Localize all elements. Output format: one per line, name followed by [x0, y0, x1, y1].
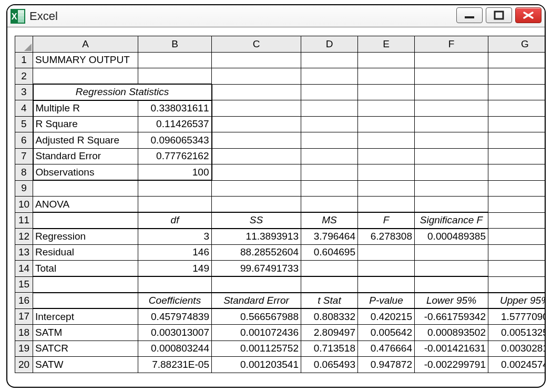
cell-G1[interactable] — [488, 52, 546, 68]
cell-B11[interactable]: df — [138, 212, 212, 229]
cell-D17[interactable]: 0.808332 — [301, 308, 358, 325]
col-header-C[interactable]: C — [212, 36, 301, 53]
row-header-15[interactable]: 15 — [15, 276, 33, 293]
row-header-3[interactable]: 3 — [15, 84, 33, 100]
row-header-20[interactable]: 20 — [15, 357, 33, 373]
cell-F18[interactable]: 0.000893502 — [415, 325, 488, 341]
row-header-16[interactable]: 16 — [15, 293, 33, 309]
cell-A4[interactable]: Multiple R — [33, 100, 138, 117]
cell-D12[interactable]: 3.796464 — [301, 229, 358, 245]
cell-G3[interactable] — [488, 84, 546, 100]
cell-E16[interactable]: P-value — [358, 293, 415, 309]
cell-A8[interactable]: Observations — [33, 164, 138, 181]
cell-E18[interactable]: 0.005642 — [358, 325, 415, 341]
cell-G8[interactable] — [488, 164, 546, 181]
cell-B9[interactable] — [138, 180, 212, 197]
row-header-7[interactable]: 7 — [15, 148, 33, 164]
cell-A18[interactable]: SATM — [33, 325, 138, 341]
row-header-17[interactable]: 17 — [15, 308, 33, 325]
cell-A11[interactable] — [33, 212, 138, 229]
cell-G5[interactable] — [488, 116, 546, 132]
cell-A17[interactable]: Intercept — [33, 308, 138, 325]
cell-G7[interactable] — [488, 148, 546, 164]
cell-B4[interactable]: 0.338031611 — [138, 100, 212, 117]
cell-F13[interactable] — [415, 244, 488, 261]
cell-A5[interactable]: R Square — [33, 116, 138, 132]
cell-F3[interactable] — [415, 84, 488, 100]
cell-C18[interactable]: 0.001072436 — [212, 325, 301, 341]
cell-F20[interactable]: -0.002299791 — [415, 357, 488, 373]
cell-G13[interactable] — [488, 244, 546, 261]
cell-B5[interactable]: 0.11426537 — [138, 116, 212, 132]
cell-D15[interactable] — [301, 276, 358, 293]
row-header-8[interactable]: 8 — [15, 164, 33, 181]
cell-D5[interactable] — [301, 116, 358, 132]
cell-B12[interactable]: 3 — [138, 229, 212, 245]
cell-G4[interactable] — [488, 100, 546, 117]
cell-E4[interactable] — [358, 100, 415, 117]
cell-C19[interactable]: 0.001125752 — [212, 341, 301, 357]
cell-E1[interactable] — [358, 52, 415, 68]
cell-F6[interactable] — [415, 132, 488, 149]
col-header-G[interactable]: G — [488, 36, 546, 53]
cell-G17[interactable]: 1.577709019 — [488, 308, 546, 325]
cell-B8[interactable]: 100 — [138, 164, 212, 181]
cell-C1[interactable] — [212, 52, 301, 68]
cell-E12[interactable]: 6.278308 — [358, 229, 415, 245]
row-header-5[interactable]: 5 — [15, 116, 33, 132]
cell-F2[interactable] — [415, 68, 488, 85]
cell-D8[interactable] — [301, 164, 358, 181]
cell-F10[interactable] — [415, 197, 488, 213]
cell-F1[interactable] — [415, 52, 488, 68]
cell-E2[interactable] — [358, 68, 415, 85]
cell-C10[interactable] — [212, 197, 301, 213]
cell-E14[interactable] — [358, 261, 415, 277]
cell-B18[interactable]: 0.003013007 — [138, 325, 212, 341]
cell-F12[interactable]: 0.000489385 — [415, 229, 488, 245]
cell-D13[interactable]: 0.604695 — [301, 244, 358, 261]
cell-E6[interactable] — [358, 132, 415, 149]
cell-D9[interactable] — [301, 180, 358, 197]
close-button[interactable] — [515, 7, 541, 23]
cell-F15[interactable] — [415, 276, 488, 293]
cell-B17[interactable]: 0.457974839 — [138, 308, 212, 325]
cell-A13[interactable]: Residual — [33, 244, 138, 261]
maximize-button[interactable] — [486, 7, 512, 23]
cell-C3[interactable] — [212, 84, 301, 100]
row-header-9[interactable]: 9 — [15, 180, 33, 197]
cell-A7[interactable]: Standard Error — [33, 148, 138, 164]
cell-A12[interactable]: Regression — [33, 229, 138, 245]
cell-A10[interactable]: ANOVA — [33, 197, 138, 213]
cell-G10[interactable] — [488, 197, 546, 213]
cell-G6[interactable] — [488, 132, 546, 149]
cell-E3[interactable] — [358, 84, 415, 100]
cell-G9[interactable] — [488, 180, 546, 197]
cell-F16[interactable]: Lower 95% — [415, 293, 488, 309]
cell-D20[interactable]: 0.065493 — [301, 357, 358, 373]
cell-B15[interactable] — [138, 276, 212, 293]
cell-E11[interactable]: F — [358, 212, 415, 229]
cell-A14[interactable]: Total — [33, 261, 138, 277]
select-all-corner[interactable] — [15, 36, 33, 53]
cell-C7[interactable] — [212, 148, 301, 164]
minimize-button[interactable] — [456, 7, 483, 23]
cell-D2[interactable] — [301, 68, 358, 85]
row-header-11[interactable]: 11 — [15, 212, 33, 229]
cell-B6[interactable]: 0.096065343 — [138, 132, 212, 149]
cell-C5[interactable] — [212, 116, 301, 132]
cell-G20[interactable]: 0.002457437 — [488, 357, 546, 373]
cell-B1[interactable] — [138, 52, 212, 68]
cell-E20[interactable]: 0.947872 — [358, 357, 415, 373]
cell-E19[interactable]: 0.476664 — [358, 341, 415, 357]
row-header-18[interactable]: 18 — [15, 325, 33, 341]
row-header-19[interactable]: 19 — [15, 341, 33, 357]
cell-D7[interactable] — [301, 148, 358, 164]
cell-D10[interactable] — [301, 197, 358, 213]
cell-G12[interactable] — [488, 229, 546, 245]
cell-D18[interactable]: 2.809497 — [301, 325, 358, 341]
cell-C9[interactable] — [212, 180, 301, 197]
cell-E15[interactable] — [358, 276, 415, 293]
cell-F19[interactable]: -0.001421631 — [415, 341, 488, 357]
cell-E17[interactable]: 0.420215 — [358, 308, 415, 325]
cell-E13[interactable] — [358, 244, 415, 261]
